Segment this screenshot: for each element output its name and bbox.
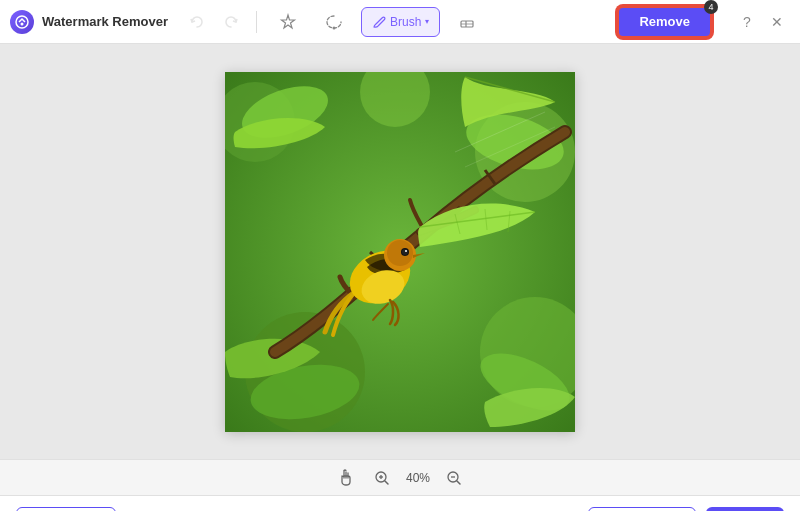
zoom-percent-label: 40% <box>406 471 430 485</box>
canvas-area <box>0 44 800 459</box>
brush-tool-button[interactable]: Brush ▾ <box>361 7 440 37</box>
image-container[interactable] <box>225 72 575 432</box>
window-controls: ? ✕ <box>734 9 790 35</box>
lasso-tool-button[interactable] <box>315 7 353 37</box>
crop-save-button[interactable]: Crop & Save <box>588 507 696 512</box>
bird-image <box>225 72 575 432</box>
footer-right: Crop & Save Save <box>588 507 784 512</box>
eraser-tool-button[interactable] <box>448 7 486 37</box>
app-title-label: Watermark Remover <box>42 14 168 29</box>
redo-button[interactable] <box>218 9 244 35</box>
magic-tool-button[interactable] <box>269 7 307 37</box>
title-bar: Watermark Remover Brush ▾ <box>0 0 800 44</box>
save-button[interactable]: Save <box>706 507 784 512</box>
svg-point-25 <box>402 249 408 255</box>
notification-badge-container: 4 Remove <box>617 6 712 38</box>
undo-button[interactable] <box>184 9 210 35</box>
divider-1 <box>256 11 257 33</box>
svg-point-2 <box>332 26 335 29</box>
notification-count: 4 <box>704 0 718 14</box>
zoom-bar: 40% <box>0 459 800 495</box>
svg-point-0 <box>16 16 28 28</box>
pan-tool-button[interactable] <box>334 466 358 490</box>
svg-point-26 <box>405 250 407 252</box>
brush-chevron: ▾ <box>425 17 429 26</box>
svg-point-1 <box>21 22 24 25</box>
new-image-button[interactable]: New Image <box>16 507 116 512</box>
remove-button[interactable]: Remove <box>617 6 712 38</box>
close-button[interactable]: ✕ <box>764 9 790 35</box>
svg-line-36 <box>385 481 388 484</box>
brush-label: Brush <box>390 15 421 29</box>
help-button[interactable]: ? <box>734 9 760 35</box>
zoom-in-button[interactable] <box>370 466 394 490</box>
app-logo <box>10 10 34 34</box>
svg-line-39 <box>457 481 460 484</box>
footer: New Image Crop & Save Save <box>0 495 800 511</box>
zoom-out-button[interactable] <box>442 466 466 490</box>
svg-point-23 <box>387 240 413 266</box>
